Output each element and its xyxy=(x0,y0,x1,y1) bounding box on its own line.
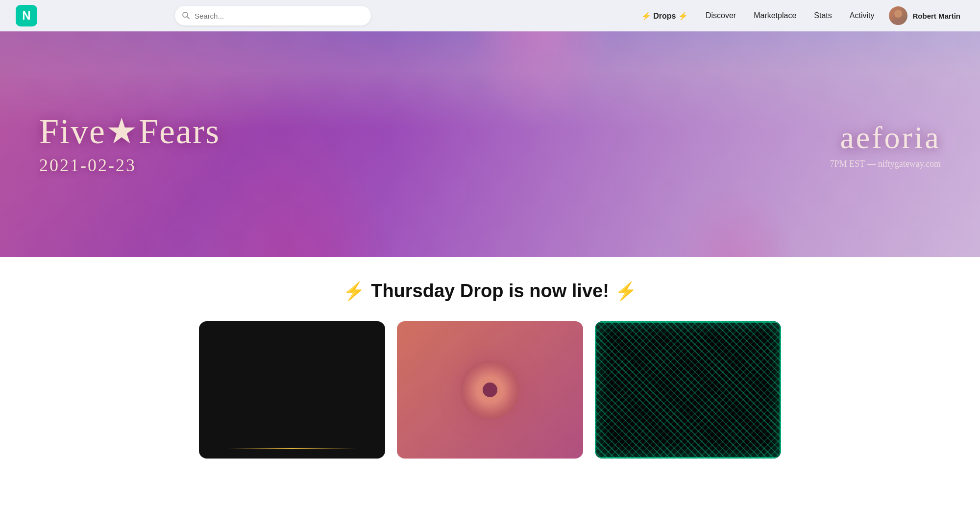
hero-text-right: aeforia 7PM EST — niftygateway.com xyxy=(830,120,941,169)
search-icon xyxy=(182,11,190,21)
card-2-sphere xyxy=(461,360,519,419)
hero-title: Five★Fears xyxy=(39,112,220,151)
nav-item-marketplace[interactable]: Marketplace xyxy=(747,7,803,24)
user-area[interactable]: Robert Martin xyxy=(885,4,964,27)
drops-section: ⚡ Thursday Drop is now live! ⚡ xyxy=(0,257,980,459)
cards-row xyxy=(0,321,980,459)
user-name: Robert Martin xyxy=(912,12,960,20)
nav-item-activity[interactable]: Activity xyxy=(843,7,882,24)
hero-date: 2021-02-23 xyxy=(39,155,220,176)
avatar xyxy=(889,6,907,25)
section-heading: ⚡ Thursday Drop is now live! ⚡ xyxy=(0,281,980,302)
lightning-icon-left: ⚡ xyxy=(343,281,365,302)
hero-text-left: Five★Fears 2021-02-23 xyxy=(39,112,220,176)
section-heading-text: Thursday Drop is now live! xyxy=(371,281,609,302)
logo-letter: N xyxy=(22,9,30,23)
search-wrap xyxy=(175,6,371,26)
hero-artist: aeforia xyxy=(830,120,941,156)
hero-banner[interactable]: Five★Fears 2021-02-23 aeforia 7PM EST — … xyxy=(0,31,980,257)
card-2-hole xyxy=(483,383,497,397)
drop-card-1[interactable] xyxy=(199,321,385,459)
hero-time-info: 7PM EST — niftygateway.com xyxy=(830,159,941,169)
card-3-border xyxy=(595,321,781,459)
svg-point-3 xyxy=(892,19,905,25)
nav-item-discover[interactable]: Discover xyxy=(699,7,743,24)
card-1-decoration xyxy=(228,448,356,449)
logo[interactable]: N xyxy=(16,5,37,26)
nav-links: ⚡ Drops ⚡ Discover Marketplace Stats Act… xyxy=(635,4,964,27)
nav-item-stats[interactable]: Stats xyxy=(807,7,838,24)
drop-card-2[interactable] xyxy=(397,321,583,459)
lightning-icon-right: ⚡ xyxy=(615,281,637,302)
navbar: N ⚡ Drops ⚡ Discover Marketplace Stats A… xyxy=(0,0,980,31)
drop-card-3[interactable] xyxy=(595,321,781,459)
search-input[interactable] xyxy=(175,6,371,26)
card-3-art xyxy=(595,321,781,459)
svg-line-1 xyxy=(187,17,189,19)
svg-point-2 xyxy=(894,10,902,18)
nav-item-drops[interactable]: ⚡ Drops ⚡ xyxy=(635,7,695,25)
